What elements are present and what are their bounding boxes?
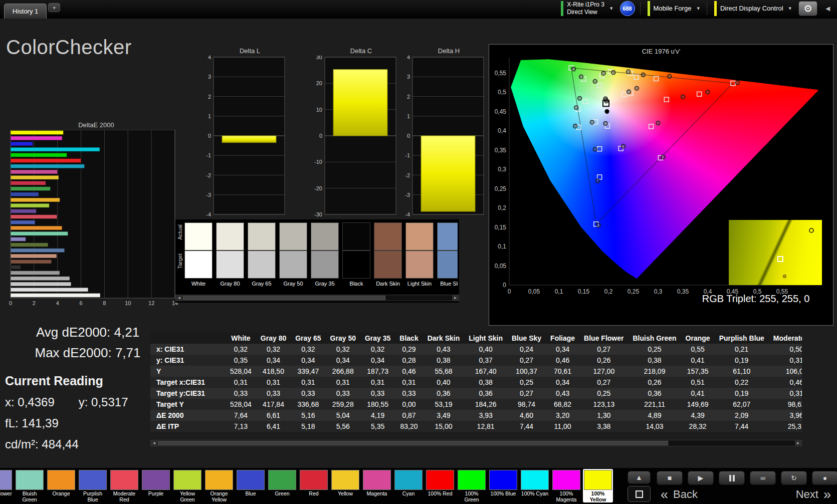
pause-button[interactable] — [719, 471, 745, 485]
back-button[interactable]: « Back — [661, 487, 698, 502]
patch-button-100-green[interactable]: 100% Green — [457, 469, 487, 502]
table-cell: 0,87 — [395, 410, 423, 421]
patch-button-red[interactable]: Red — [299, 469, 329, 502]
patch-button-100-blue[interactable]: 100% Blue — [488, 469, 518, 502]
patch-label: 100% Blue — [489, 491, 518, 502]
patch-swatch — [0, 470, 12, 490]
x-tick-label: 2 — [33, 300, 36, 306]
settings-button[interactable]: ⚙ — [798, 1, 817, 16]
patch-button-orange[interactable]: Orange — [46, 469, 76, 502]
table-cell: 6,61 — [256, 410, 291, 421]
table-cell: 14,03 — [628, 421, 681, 432]
scroll-right-icon[interactable]: ► — [795, 440, 801, 446]
delta-h-chart: 43210-1-2-3-4 — [398, 56, 486, 217]
patch-button-purplish-blue[interactable]: Purplish Blue — [78, 469, 108, 502]
delta-h-bar — [421, 136, 475, 211]
patch-button-yellow[interactable]: Yellow — [330, 469, 360, 502]
scroll-right-icon[interactable]: ► — [452, 295, 459, 301]
deltae-bar-moderate-red — [11, 215, 57, 219]
actual-swatch — [311, 222, 339, 250]
patch-button-100-yellow[interactable]: 100% Yellow — [583, 469, 613, 502]
y-tick-label: -10 — [314, 159, 322, 165]
scroll-left-icon[interactable]: ◄ — [151, 440, 157, 446]
patch-button-cyan[interactable]: Cyan — [393, 469, 424, 502]
table-cell: 0,24 — [507, 344, 546, 355]
table-cell: 5,56 — [326, 421, 360, 432]
patch-swatch — [552, 470, 580, 490]
table-cell: 0,33 — [226, 388, 256, 399]
patch-button-orange-yellow[interactable]: Orange Yellow — [204, 469, 234, 502]
table-scrollbar[interactable]: ◄ ► — [150, 440, 802, 446]
history-tab[interactable]: History 1 — [4, 4, 47, 19]
patch-button-green[interactable]: Green — [267, 469, 297, 502]
patch-button-blue[interactable]: Blue — [236, 469, 266, 502]
y-tick-label: 0 — [319, 133, 322, 139]
patch-swatch — [521, 470, 549, 490]
patch-button-blue-flower[interactable]: Blue Flower — [0, 469, 13, 502]
stop-button[interactable]: ■ — [657, 471, 683, 485]
swatch-row-labels: Actual Target — [176, 222, 184, 287]
table-cell: 6,41 — [256, 421, 291, 432]
deltae-bar-blue — [11, 192, 39, 196]
scrollbar-track[interactable] — [157, 440, 795, 446]
add-tab-button[interactable]: + — [48, 3, 60, 12]
workflow-select[interactable]: Mobile Forge ▾ — [646, 1, 702, 17]
patch-button-moderate-red[interactable]: Moderate Red — [109, 469, 139, 502]
table-cell: 157,35 — [681, 366, 715, 377]
display-control-select[interactable]: Direct Display Control ▾ — [712, 1, 793, 17]
table-cell: 0,51 — [681, 377, 715, 388]
scrollbar-thumb[interactable] — [158, 441, 668, 445]
scroll-left-icon[interactable]: ◄ — [176, 295, 182, 301]
infinity-icon: ∞ — [760, 474, 765, 482]
scrollbar-track[interactable] — [182, 295, 452, 301]
x-tick-label: 4 — [56, 300, 59, 306]
deltae-bar-100-cyan — [11, 147, 100, 151]
patch-button-100-cyan[interactable]: 100% Cyan — [520, 469, 550, 502]
swatch-label: White — [184, 281, 213, 287]
patch-button-100-magenta[interactable]: 100% Magenta — [551, 469, 581, 502]
patch-button-100-red[interactable]: 100% Red — [425, 469, 455, 502]
deltae-bar-dark-skin — [11, 260, 52, 264]
scrollbar-thumb[interactable] — [183, 296, 385, 300]
patch-label: Purplish Blue — [78, 491, 107, 502]
table-cell: 417,84 — [256, 399, 291, 410]
table-cell: 5,35 — [360, 421, 395, 432]
reading-count-badge: 688 — [620, 1, 635, 16]
swatch-scrollbar[interactable]: ◄ ► — [175, 295, 459, 301]
play-icon: ▶ — [698, 474, 704, 482]
delta-h-panel: Delta H 43210-1-2-3-4 — [398, 47, 486, 219]
play-button[interactable]: ▶ — [688, 471, 714, 485]
table-cell: 2,09 — [715, 410, 769, 421]
y-tick-label: 1 — [407, 113, 410, 119]
next-button[interactable]: Next » — [796, 487, 831, 502]
measured-marker — [573, 124, 577, 128]
patch-button-yellow-green[interactable]: Yellow Green — [172, 469, 202, 502]
table-cell: 3,93 — [464, 410, 507, 421]
test-window-button[interactable] — [627, 486, 651, 502]
patch-button-bluish-green[interactable]: Bluish Green — [15, 469, 45, 502]
record-button[interactable]: ● — [812, 471, 837, 485]
target-swatch — [184, 250, 213, 279]
meter-select[interactable]: X-Rite i1Pro 3 Direct View ▾ — [559, 1, 614, 17]
table-cell: 221,11 — [628, 399, 681, 410]
repeat-button[interactable]: ↻ — [781, 471, 807, 485]
top-bar: History 1 + X-Rite i1Pro 3 Direct View ▾… — [0, 0, 837, 19]
patch-button-magenta[interactable]: Magenta — [362, 469, 392, 502]
patch-button-purple[interactable]: Purple — [141, 469, 171, 502]
table-row-e-itp: ΔE ITP7,136,415,185,565,3583,2015,0012,8… — [150, 421, 802, 432]
table-row-target-x-cie31: Target x:CIE310,310,310,310,310,310,310,… — [150, 377, 802, 388]
y-tick-label: -2 — [206, 172, 211, 178]
y-tick-label: 0,45 — [495, 108, 507, 115]
current-fl: fL: 141,39 — [5, 416, 170, 430]
target-marker — [649, 124, 654, 129]
infinity-button[interactable]: ∞ — [750, 471, 776, 485]
collapse-panel-button[interactable]: ◄ — [822, 4, 833, 13]
table-cell: 0,19 — [715, 355, 769, 366]
table-cell: 0,38 — [628, 355, 681, 366]
y-tick-label: -30 — [314, 211, 322, 217]
x-tick-label: 0 — [9, 300, 12, 306]
table-cell: 0,31 — [326, 377, 360, 388]
y-tick-label: 0,55 — [495, 70, 507, 77]
inset-target-marker — [777, 256, 783, 262]
scroll-up-button[interactable]: ▲ — [627, 471, 651, 484]
